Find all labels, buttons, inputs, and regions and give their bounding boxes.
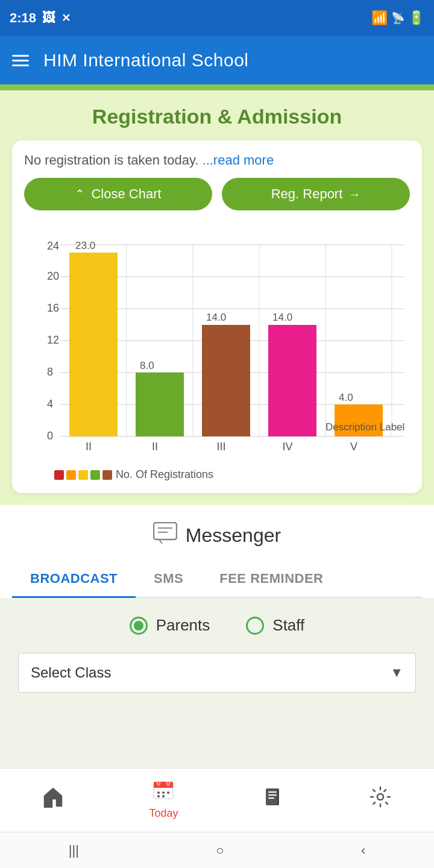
- battery-icon: 🔋: [408, 10, 424, 26]
- legend-dot-yellow: [78, 470, 88, 480]
- svg-text:14.0: 14.0: [206, 312, 226, 323]
- svg-text:20: 20: [47, 270, 59, 282]
- svg-text:4.0: 4.0: [339, 392, 353, 403]
- nav-home[interactable]: [30, 782, 76, 816]
- bar-chart-svg: 0 4 8 12 16 20 24: [24, 228, 410, 458]
- registration-chart: 0 4 8 12 16 20 24: [24, 222, 410, 464]
- legend-dot-orange: [66, 470, 76, 480]
- radio-staff[interactable]: Staff: [246, 616, 304, 635]
- svg-text:II: II: [152, 441, 158, 453]
- broadcast-content: Parents Staff Select Class ▼: [0, 598, 434, 711]
- app-title: HIM International School: [43, 50, 249, 71]
- legend-color-dots: [54, 470, 112, 480]
- home-icon: [42, 786, 64, 813]
- registration-notice: No registration is taken today. ...read …: [24, 153, 410, 168]
- messenger-section: Messenger BROADCAST SMS FEE REMINDER: [0, 505, 434, 598]
- svg-text:IV: IV: [282, 441, 292, 453]
- read-more-link[interactable]: ...read more: [203, 153, 274, 168]
- dropdown-arrow-icon: ▼: [390, 665, 403, 681]
- legend-dot-red: [54, 470, 64, 480]
- svg-point-43: [167, 791, 169, 794]
- reg-report-button[interactable]: Reg. Report →: [222, 178, 410, 210]
- hamburger-menu-icon[interactable]: [12, 55, 29, 66]
- android-back-recent-icon[interactable]: |||: [69, 843, 79, 858]
- time-display: 2:18: [10, 10, 36, 26]
- status-bar: 2:18 🖼 ✕ 📶 📡 🔋: [0, 0, 434, 36]
- today-calendar-icon: [153, 778, 174, 805]
- svg-text:8.0: 8.0: [140, 360, 154, 371]
- tab-broadcast[interactable]: BROADCAST: [12, 561, 136, 598]
- radio-parents-label: Parents: [156, 616, 210, 635]
- today-nav-label: Today: [149, 807, 178, 820]
- bar-III-brown: [202, 325, 250, 436]
- chart-buttons-row: ⌃ Close Chart Reg. Report →: [24, 178, 410, 210]
- messenger-tabs: BROADCAST SMS FEE REMINDER: [12, 561, 422, 598]
- svg-text:4: 4: [47, 398, 53, 410]
- svg-text:Description Label: Description Label: [326, 421, 404, 433]
- settings-gear-icon: [370, 786, 391, 813]
- signal-icon: 📡: [391, 11, 404, 25]
- bar-IV-pink: [268, 325, 316, 436]
- status-bar-right: 📶 📡 🔋: [371, 10, 424, 26]
- svg-text:V: V: [350, 441, 357, 453]
- svg-point-41: [157, 791, 160, 794]
- svg-rect-36: [154, 786, 173, 788]
- svg-text:8: 8: [47, 366, 53, 378]
- select-class-label: Select Class: [31, 664, 111, 681]
- svg-text:III: III: [216, 441, 225, 453]
- status-bar-left: 2:18 🖼 ✕: [10, 10, 71, 26]
- svg-text:16: 16: [47, 302, 59, 314]
- bar-II-green: [136, 373, 184, 436]
- svg-text:23.0: 23.0: [75, 240, 95, 251]
- photo-icon: 🖼: [42, 10, 55, 26]
- book-icon: [263, 786, 285, 813]
- nav-settings[interactable]: [357, 782, 403, 816]
- messenger-title: Messenger: [186, 524, 281, 547]
- chevron-up-icon: ⌃: [75, 187, 85, 201]
- svg-rect-40: [167, 781, 169, 785]
- radio-circle-staff: [246, 617, 264, 635]
- wifi-icon: 📶: [371, 10, 388, 26]
- messenger-header: Messenger: [12, 522, 422, 549]
- legend-label: No. Of Registrations: [116, 468, 213, 481]
- android-nav-bar: ||| ○ ‹: [0, 832, 434, 868]
- svg-text:0: 0: [47, 430, 53, 442]
- tab-fee-reminder[interactable]: FEE REMINDER: [201, 561, 341, 598]
- arrow-right-icon: →: [348, 187, 360, 201]
- chart-legend: No. Of Registrations: [24, 468, 410, 481]
- audience-radio-group: Parents Staff: [12, 616, 422, 635]
- tab-sms[interactable]: SMS: [136, 561, 201, 598]
- select-class-dropdown[interactable]: Select Class ▼: [18, 653, 416, 693]
- legend-dot-green: [90, 470, 100, 480]
- registration-title: Registration & Admission: [12, 105, 422, 128]
- svg-text:24: 24: [47, 240, 59, 252]
- registration-section: Registration & Admission No registration…: [0, 90, 434, 505]
- nav-today[interactable]: Today: [137, 775, 190, 823]
- messenger-icon: [153, 522, 177, 549]
- svg-point-42: [162, 791, 165, 794]
- app-bar: HIM International School: [0, 36, 434, 84]
- svg-point-46: [377, 794, 383, 800]
- registration-card: No registration is taken today. ...read …: [12, 140, 422, 493]
- svg-rect-39: [157, 781, 160, 785]
- nav-book[interactable]: [251, 782, 297, 816]
- svg-text:12: 12: [47, 334, 59, 346]
- svg-text:II: II: [86, 441, 92, 453]
- close-icon-small: ✕: [61, 11, 71, 25]
- svg-rect-30: [154, 523, 177, 539]
- legend-dot-brown: [102, 470, 112, 480]
- bottom-nav: Today: [0, 768, 434, 832]
- radio-staff-label: Staff: [272, 616, 304, 635]
- bar-II-yellow: [69, 253, 118, 436]
- svg-point-45: [162, 795, 165, 797]
- svg-point-44: [157, 795, 160, 797]
- close-chart-button[interactable]: ⌃ Close Chart: [24, 178, 212, 210]
- android-home-circle-icon[interactable]: ○: [216, 843, 224, 858]
- android-back-icon[interactable]: ‹: [361, 843, 365, 858]
- svg-text:14.0: 14.0: [272, 312, 292, 323]
- radio-parents[interactable]: Parents: [130, 616, 210, 635]
- radio-circle-parents: [130, 617, 148, 635]
- green-divider: [0, 84, 434, 90]
